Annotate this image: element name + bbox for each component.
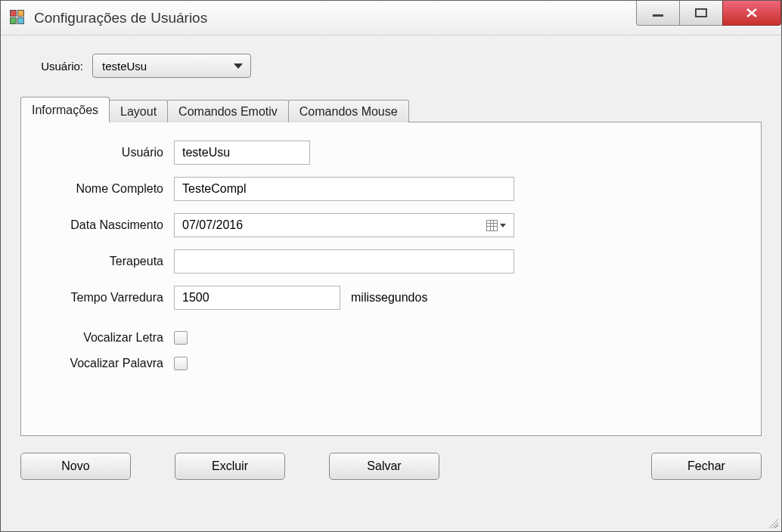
- data-nascimento-value: 07/07/2016: [182, 218, 243, 232]
- resize-grip[interactable]: [766, 516, 778, 528]
- usuario-field[interactable]: testeUsu: [174, 141, 310, 165]
- tempo-varredura-label: Tempo Varredura: [39, 291, 174, 305]
- vocalizar-palavra-label: Vocalizar Palavra: [39, 357, 174, 370]
- nome-completo-label: Nome Completo: [39, 182, 174, 196]
- vocalizar-letra-label: Vocalizar Letra: [39, 331, 174, 345]
- app-icon: [10, 10, 26, 26]
- tabstrip: Informações Layout Comandos Emotiv Coman…: [20, 96, 762, 122]
- tab-layout[interactable]: Layout: [109, 100, 168, 122]
- user-selector-row: Usuário: testeUsu: [20, 54, 762, 78]
- tab-comandos-emotiv[interactable]: Comandos Emotiv: [167, 100, 289, 122]
- excluir-button[interactable]: Excluir: [175, 453, 285, 480]
- usuario-selector-label: Usuário:: [20, 60, 92, 73]
- calendar-icon: [486, 220, 498, 231]
- close-icon: [744, 8, 759, 18]
- salvar-button[interactable]: Salvar: [329, 453, 439, 480]
- maximize-button[interactable]: [679, 1, 723, 26]
- vocalizar-letra-checkbox[interactable]: [174, 331, 188, 345]
- chevron-down-icon: [234, 63, 243, 69]
- maximize-icon: [694, 8, 708, 18]
- client-area: Usuário: testeUsu Informações Layout Com…: [1, 36, 781, 531]
- tab-panel-informacoes: Usuário testeUsu Nome Completo TesteComp…: [20, 122, 762, 436]
- terapeuta-label: Terapeuta: [39, 255, 174, 268]
- window-frame: Configurações de Usuários Usuário: teste…: [0, 0, 782, 532]
- nome-completo-field[interactable]: TesteCompl: [174, 177, 514, 201]
- tempo-varredura-value: 1500: [182, 291, 209, 305]
- date-picker-button[interactable]: [483, 217, 509, 234]
- usuario-field-label: Usuário: [39, 146, 174, 159]
- chevron-down-icon: [500, 224, 506, 227]
- terapeuta-field[interactable]: [174, 249, 514, 274]
- minimize-button[interactable]: [636, 1, 680, 26]
- nome-completo-value: TesteCompl: [182, 182, 246, 196]
- tempo-varredura-field[interactable]: 1500: [174, 286, 340, 310]
- tab-comandos-mouse[interactable]: Comandos Mouse: [288, 100, 409, 122]
- tempo-varredura-unit: milissegundos: [351, 291, 427, 305]
- novo-button[interactable]: Novo: [20, 453, 131, 480]
- data-nascimento-label: Data Nascimento: [39, 218, 174, 232]
- vocalizar-palavra-checkbox[interactable]: [174, 357, 188, 370]
- svg-rect-1: [696, 9, 706, 17]
- data-nascimento-field[interactable]: 07/07/2016: [174, 213, 514, 237]
- tab-informacoes[interactable]: Informações: [20, 97, 110, 122]
- close-button[interactable]: [722, 1, 781, 26]
- window-title: Configurações de Usuários: [34, 10, 207, 26]
- button-bar: Novo Excluir Salvar Fechar: [20, 453, 762, 480]
- titlebar: Configurações de Usuários: [1, 1, 781, 36]
- usuario-field-value: testeUsu: [182, 146, 230, 159]
- fechar-button[interactable]: Fechar: [651, 453, 762, 480]
- usuario-combobox[interactable]: testeUsu: [92, 54, 251, 78]
- minimize-icon: [651, 8, 665, 18]
- usuario-combobox-value: testeUsu: [102, 60, 147, 73]
- window-controls: [637, 1, 781, 26]
- svg-rect-0: [653, 14, 663, 17]
